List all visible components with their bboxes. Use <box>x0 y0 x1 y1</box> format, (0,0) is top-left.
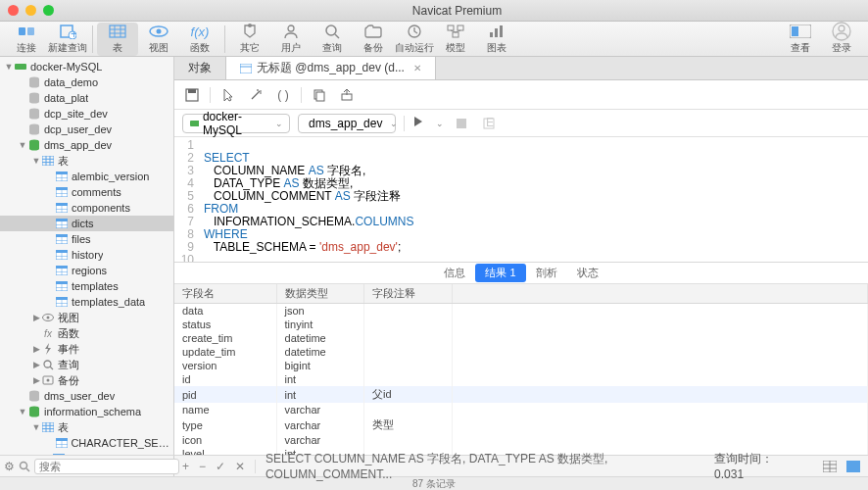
cell[interactable] <box>364 359 452 372</box>
table-row[interactable]: name varchar <box>174 403 868 416</box>
cell[interactable]: 类型 <box>364 416 452 433</box>
cell[interactable]: status <box>174 318 276 331</box>
cell[interactable] <box>364 345 452 359</box>
disclosure-triangle[interactable]: ▶ <box>31 360 41 369</box>
tree-item-备份[interactable]: ▶ 备份 <box>0 372 173 388</box>
copy-icon[interactable] <box>310 85 329 105</box>
cell[interactable] <box>364 403 452 416</box>
cell[interactable]: type <box>174 416 276 433</box>
new-query-toolbar-button[interactable]: + 新建查询 <box>47 23 88 56</box>
cell[interactable]: data <box>174 304 276 318</box>
model-toolbar-button[interactable]: 模型 <box>435 23 476 56</box>
minimize-window[interactable] <box>25 5 36 16</box>
auto-toolbar-button[interactable]: 自动运行 <box>394 23 435 56</box>
column-header[interactable]: 字段注释 <box>364 284 452 304</box>
tree-item-函数[interactable]: fx 函数 <box>0 325 173 341</box>
sql-code[interactable]: SELECT COLUMN_NAME AS 字段名, DATA_TYPE AS … <box>200 137 868 262</box>
cell[interactable]: id <box>174 372 276 386</box>
table-row[interactable]: data json <box>174 304 868 318</box>
table-row[interactable]: pid int 父id <box>174 386 868 403</box>
result-tab-状态[interactable]: 状态 <box>567 264 608 282</box>
cell[interactable]: varchar <box>276 403 363 416</box>
cell[interactable] <box>364 433 452 447</box>
cell[interactable]: create_tim <box>174 331 276 345</box>
disclosure-triangle[interactable]: ▼ <box>4 62 14 72</box>
table-toolbar-button[interactable]: 表 <box>97 23 138 56</box>
cell[interactable] <box>364 318 452 331</box>
cell[interactable]: level <box>174 447 276 455</box>
tree-item-dicts[interactable]: dicts <box>0 216 173 231</box>
wand-icon[interactable] <box>246 85 265 105</box>
chart-toolbar-button[interactable]: 图表 <box>476 23 517 56</box>
table-row[interactable]: create_tim datetime <box>174 331 868 345</box>
run-button[interactable] <box>412 116 428 131</box>
tree-item-files[interactable]: files <box>0 231 173 247</box>
function-toolbar-button[interactable]: f(x) 函数 <box>179 23 220 56</box>
add-row-button[interactable]: + <box>182 460 189 473</box>
cell[interactable]: int <box>276 386 363 403</box>
stop-button[interactable] <box>452 114 471 133</box>
tree-item-dcp_site_dev[interactable]: dcp_site_dev <box>0 106 173 122</box>
table-row[interactable]: icon varchar <box>174 433 868 447</box>
other-toolbar-button[interactable]: 其它 <box>229 23 270 56</box>
result-grid[interactable]: 字段名数据类型字段注释 data json status tinyint cre… <box>174 284 868 455</box>
table-row[interactable]: update_tim datetime <box>174 345 868 359</box>
tree-item-查询[interactable]: ▶ 查询 <box>0 357 173 372</box>
cell[interactable]: 父id <box>364 386 452 403</box>
view-toolbar-button[interactable]: 视图 <box>138 23 179 56</box>
grid-view-icon[interactable] <box>823 461 837 472</box>
delete-row-button[interactable]: − <box>199 460 206 473</box>
tab-无标题 @dms_app_dev (d...[interactable]: 无标题 @dms_app_dev (d... ✕ <box>226 57 436 79</box>
connect-toolbar-button[interactable]: 连接 <box>6 23 47 56</box>
export-icon[interactable] <box>337 85 357 105</box>
cell[interactable] <box>364 331 452 345</box>
database-selector[interactable]: dms_app_dev ⌄ <box>298 114 396 133</box>
cell[interactable]: version <box>174 359 276 372</box>
cell[interactable]: pid <box>174 386 276 403</box>
run-dropdown[interactable]: ⌄ <box>436 119 444 128</box>
tree-item-regions[interactable]: regions <box>0 263 173 278</box>
save-icon[interactable] <box>182 85 202 105</box>
tree-item-comments[interactable]: comments <box>0 184 173 200</box>
result-tab-信息[interactable]: 信息 <box>434 264 475 282</box>
tree-item-事件[interactable]: ▶ 事件 <box>0 341 173 357</box>
close-window[interactable] <box>8 5 19 16</box>
cell[interactable]: varchar <box>276 416 363 433</box>
tree-item-templates[interactable]: templates <box>0 278 173 294</box>
tree-item-docker-MySQL[interactable]: ▼ docker-MySQL <box>0 59 173 74</box>
cell[interactable]: datetime <box>276 331 363 345</box>
connection-selector[interactable]: docker-MySQL ⌄ <box>182 114 290 133</box>
close-tab-icon[interactable]: ✕ <box>413 63 421 74</box>
cell[interactable] <box>364 372 452 386</box>
disclosure-triangle[interactable]: ▼ <box>18 140 27 150</box>
tree-item-dms_app_dev[interactable]: ▼ dms_app_dev <box>0 137 173 153</box>
tree-item-components[interactable]: components <box>0 200 173 216</box>
cell[interactable]: tinyint <box>276 318 363 331</box>
view-mode-toolbar-button[interactable]: 查看 <box>780 23 821 56</box>
disclosure-triangle[interactable]: ▼ <box>31 156 41 166</box>
maximize-window[interactable] <box>43 5 54 16</box>
disclosure-triangle[interactable]: ▶ <box>31 313 41 322</box>
tree-item-history[interactable]: history <box>0 247 173 263</box>
explain-button[interactable]: E <box>479 114 499 133</box>
tree-item-information_schema[interactable]: ▼ information_schema <box>0 404 173 419</box>
tree-item-dms_user_dev[interactable]: dms_user_dev <box>0 388 173 404</box>
tree-item-视图[interactable]: ▶ 视图 <box>0 310 173 325</box>
user-toolbar-button[interactable]: 用户 <box>270 23 312 56</box>
login-toolbar-button[interactable]: 登录 <box>821 23 862 56</box>
cell[interactable]: update_tim <box>174 345 276 359</box>
tree-item-templates_data[interactable]: templates_data <box>0 294 173 310</box>
cancel-button[interactable]: ✕ <box>235 460 245 473</box>
cell[interactable] <box>364 304 452 318</box>
table-row[interactable]: version bigint <box>174 359 868 372</box>
cell[interactable]: datetime <box>276 345 363 359</box>
tab-对象[interactable]: 对象 <box>174 57 226 79</box>
result-tab-结果 1[interactable]: 结果 1 <box>475 264 525 282</box>
tree-item-dcp_user_dev[interactable]: dcp_user_dev <box>0 122 173 137</box>
table-row[interactable]: status tinyint <box>174 318 868 331</box>
tree-item-data_demo[interactable]: data_demo <box>0 74 173 90</box>
cell[interactable]: bigint <box>276 359 363 372</box>
tree-item-data_plat[interactable]: data_plat <box>0 90 173 106</box>
object-tree[interactable]: ▼ docker-MySQL data_demo data_plat dcp_s… <box>0 57 174 476</box>
tree-item-表[interactable]: ▼ 表 <box>0 153 173 169</box>
